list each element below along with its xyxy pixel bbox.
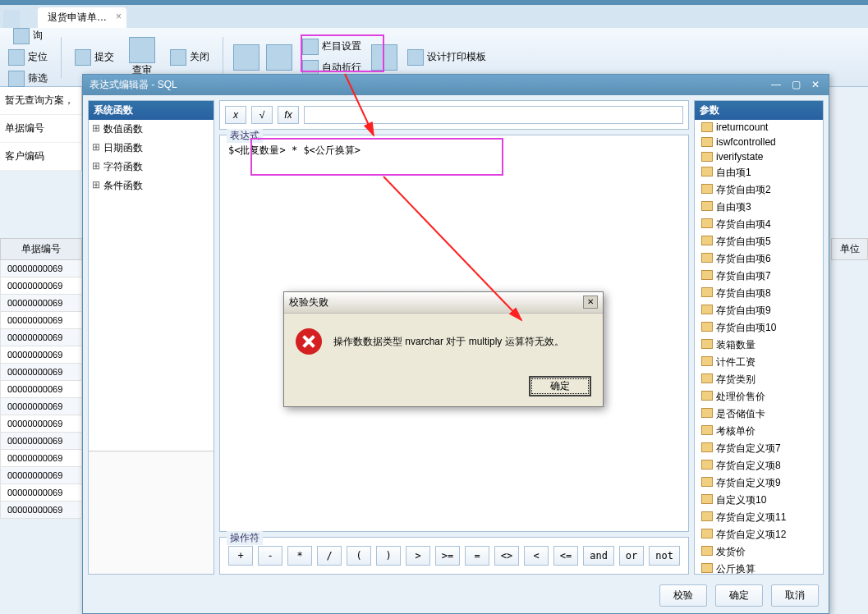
param-item[interactable]: 存货自定义项9 (695, 474, 823, 492)
tree-item[interactable]: 条件函数 (89, 176, 214, 195)
param-item[interactable]: 存货自由项4 (695, 216, 823, 233)
submit-button[interactable]: 提交 (71, 48, 117, 67)
print-design-button[interactable]: 设计打印模板 (404, 48, 489, 67)
cancel-button[interactable]: 取消 (771, 584, 819, 607)
operator-button[interactable]: = (465, 546, 489, 566)
table-row[interactable]: 00000000069 (0, 415, 82, 433)
param-item[interactable]: ireturncount (695, 120, 823, 135)
function-tree[interactable]: 数值函数日期函数字符函数条件函数 (89, 120, 214, 451)
operator-button[interactable]: <= (553, 546, 578, 566)
error-dialog: 校验失败 ✕ 操作数数据类型 nvarchar 对于 multiply 运算符无… (283, 291, 604, 407)
param-item[interactable]: 存货类别 (695, 371, 823, 388)
formula-input[interactable] (304, 106, 683, 124)
operator-button[interactable]: and (583, 546, 614, 566)
left-panel: 暂无查询方案， 单据编号 客户编码 (0, 87, 82, 171)
param-item[interactable]: 存货自由项2 (695, 181, 823, 199)
param-item[interactable]: 计件工资 (695, 354, 823, 371)
link-icon[interactable] (233, 44, 259, 71)
close-icon[interactable]: × (116, 11, 122, 22)
maximize-icon[interactable]: ▢ (789, 80, 802, 91)
operator-button[interactable]: <> (494, 546, 519, 566)
table-row[interactable]: 00000000069 (0, 433, 82, 450)
document-tab[interactable]: 退货申请单… × (38, 7, 126, 28)
param-item[interactable]: 存货自由项8 (695, 285, 823, 302)
col-header-bill[interactable]: 单据编号 (0, 238, 82, 260)
table-row[interactable]: 00000000069 (0, 312, 82, 329)
table-row[interactable]: 00000000069 (0, 329, 82, 346)
param-item[interactable]: iverifystate (695, 149, 823, 164)
table-row[interactable]: 00000000069 (0, 450, 82, 467)
param-item[interactable]: 存货自由项9 (695, 302, 823, 319)
error-titlebar[interactable]: 校验失败 ✕ (284, 292, 603, 314)
doc-icon[interactable] (266, 44, 292, 71)
locate-button[interactable]: 定位 (5, 48, 51, 67)
table-row[interactable]: 00000000069 (0, 381, 82, 398)
operator-button[interactable]: < (524, 546, 549, 566)
operator-button[interactable]: not (649, 546, 680, 566)
param-item[interactable]: 是否储值卡 (695, 406, 823, 423)
ok-button[interactable]: 确定 (715, 584, 763, 607)
query-button[interactable]: 询 (10, 26, 46, 46)
operator-button[interactable]: + (228, 546, 253, 566)
close-icon[interactable]: ✕ (809, 80, 822, 91)
fx-button[interactable]: fx (278, 106, 299, 124)
operator-button[interactable]: - (258, 546, 282, 566)
tree-item[interactable]: 字符函数 (89, 158, 214, 176)
verify-button[interactable]: 校验 (659, 584, 707, 607)
accept-formula-button[interactable]: √ (251, 106, 273, 124)
param-item[interactable]: 存货自定义项8 (695, 457, 823, 474)
error-message: 操作数数据类型 nvarchar 对于 multiply 运算符无效。 (333, 335, 564, 349)
param-item[interactable]: 处理价售价 (695, 388, 823, 406)
table-row[interactable]: 00000000069 (0, 467, 82, 484)
audit-button[interactable]: 查审 (124, 35, 160, 79)
table-row[interactable]: 00000000069 (0, 346, 82, 364)
tree-item[interactable]: 数值函数 (89, 120, 214, 139)
parameter-list[interactable]: ireturncountiswfcontrollediverifystate自由… (695, 120, 823, 574)
operator-button[interactable]: ) (376, 546, 401, 566)
formula-bar: x √ fx (219, 100, 689, 130)
expression-text[interactable]: $<批复数量> * $<公斤换算> (220, 135, 688, 166)
error-ok-button[interactable]: 确定 (529, 376, 591, 396)
operator-button[interactable]: * (287, 546, 312, 566)
column-settings-button[interactable]: 栏目设置 (299, 37, 365, 57)
param-item[interactable]: 发货价 (695, 543, 823, 561)
param-item[interactable]: 自由项1 (695, 164, 823, 181)
param-item[interactable]: 存货自由项6 (695, 250, 823, 268)
col-header-unit[interactable]: 单位 (831, 238, 868, 260)
no-scheme-label: 暂无查询方案， (0, 87, 81, 115)
param-item[interactable]: 存货自由项10 (695, 319, 823, 337)
param-item[interactable]: 存货自由项5 (695, 233, 823, 250)
param-item[interactable]: 装箱数量 (695, 337, 823, 354)
table-row[interactable]: 00000000069 (0, 484, 82, 502)
close-icon[interactable]: ✕ (583, 296, 598, 309)
param-item[interactable]: 存货自定义项11 (695, 509, 823, 526)
operator-button[interactable]: > (406, 546, 430, 566)
table-row[interactable]: 00000000069 (0, 295, 82, 312)
parameter-panel: 参数 ireturncountiswfcontrollediverifystat… (694, 100, 824, 575)
param-item[interactable]: iswfcontrolled (695, 135, 823, 149)
cancel-formula-button[interactable]: x (225, 106, 246, 124)
tab-title: 退货申请单… (48, 11, 107, 23)
table-row[interactable]: 00000000069 (0, 260, 82, 277)
param-item[interactable]: 公斤换算 (695, 561, 823, 574)
table-row[interactable]: 00000000069 (0, 364, 82, 381)
grid-icon[interactable] (371, 44, 397, 71)
tree-item[interactable]: 日期函数 (89, 139, 214, 158)
minimize-icon[interactable]: — (769, 80, 783, 91)
param-item[interactable]: 存货自定义项7 (695, 440, 823, 457)
param-item[interactable]: 考核单价 (695, 423, 823, 440)
filter-button[interactable]: 筛选 (5, 69, 51, 89)
operator-button[interactable]: ( (347, 546, 371, 566)
table-row[interactable]: 00000000069 (0, 277, 82, 295)
operator-button[interactable]: / (317, 546, 342, 566)
table-row[interactable]: 00000000069 (0, 398, 82, 415)
operator-button[interactable]: or (619, 546, 644, 566)
param-item[interactable]: 存货自定义项12 (695, 526, 823, 543)
close-button[interactable]: 关闭 (167, 48, 213, 67)
operator-button[interactable]: >= (435, 546, 460, 566)
dialog-titlebar[interactable]: 表达式编辑器 - SQL — ▢ ✕ (83, 75, 829, 95)
param-item[interactable]: 存货自由项7 (695, 268, 823, 285)
table-row[interactable]: 00000000069 (0, 502, 82, 519)
param-item[interactable]: 自由项3 (695, 199, 823, 216)
param-item[interactable]: 自定义项10 (695, 492, 823, 509)
